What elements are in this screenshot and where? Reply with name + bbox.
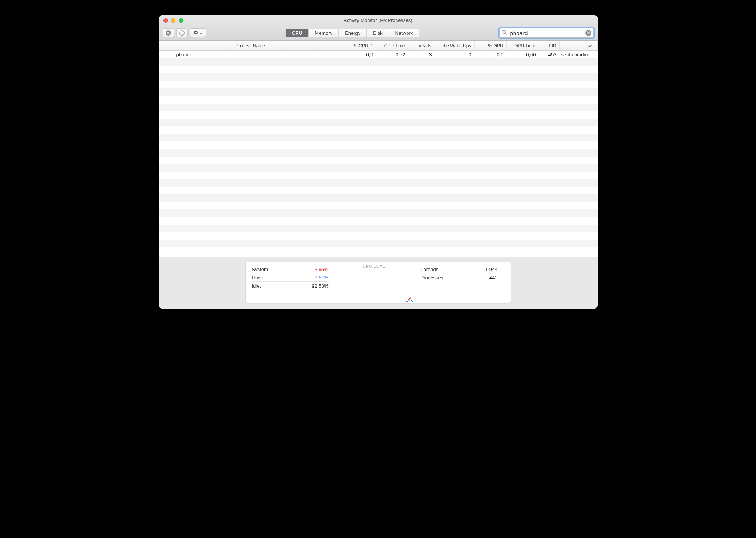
- table-row-empty: [159, 232, 598, 240]
- search-icon: [502, 30, 507, 36]
- column-headers: Process Name % CPU CPU Time Threads Idle…: [159, 41, 598, 51]
- col-idle-wakeups[interactable]: Idle Wake-Ups: [435, 41, 475, 50]
- col-gpu-percent[interactable]: % GPU: [475, 41, 507, 50]
- cell-cpu: 0,0: [342, 52, 376, 57]
- close-icon: [587, 31, 590, 34]
- resource-tabs: CPU Memory Energy Disk Network: [286, 29, 420, 37]
- table-row-empty: [159, 157, 598, 164]
- table-row-empty: [159, 240, 598, 247]
- table-row-empty: [159, 179, 598, 187]
- idle-value: 92,53%: [312, 283, 328, 289]
- table-row-empty: [159, 126, 598, 134]
- svg-line-4: [505, 33, 507, 34]
- cell-user: seabehindme: [560, 52, 598, 57]
- toolbar: ⌄ CPU Memory Energy Disk Network: [159, 26, 598, 40]
- cpu-load-sparkline-icon: [406, 297, 413, 302]
- cpu-load-chart-area: [335, 270, 414, 303]
- traffic-lights: [163, 18, 183, 23]
- col-threads[interactable]: Threads: [408, 41, 435, 50]
- table-row-empty: [159, 217, 598, 225]
- processes-value: 440: [489, 275, 498, 281]
- actions-menu-button[interactable]: ⌄: [190, 28, 206, 37]
- cell-pid: 453: [539, 52, 560, 57]
- chevron-down-icon: ⌄: [200, 31, 203, 35]
- table-row-empty: [159, 194, 598, 202]
- processes-label: Processes:: [421, 275, 445, 281]
- window-title: Activity Monitor (My Processes): [343, 17, 412, 23]
- col-pid[interactable]: PID: [539, 41, 560, 50]
- user-value: 3,51%: [315, 275, 329, 281]
- process-table: pboard 0,0 0,72 3 0 0,0 0,00 453 seabehi…: [159, 51, 598, 257]
- col-cpu-time[interactable]: CPU Time: [376, 41, 408, 50]
- cpu-usage-summary: System: 3,96% User: 3,51% Idle: 92,53%: [246, 262, 335, 303]
- footer-inner: System: 3,96% User: 3,51% Idle: 92,53% C…: [245, 262, 511, 303]
- table-row-empty: [159, 225, 598, 232]
- system-label: System:: [252, 267, 270, 272]
- table-row-empty: [159, 73, 598, 81]
- footer-panel: System: 3,96% User: 3,51% Idle: 92,53% C…: [159, 257, 598, 309]
- table-row-empty: [159, 96, 598, 104]
- stop-process-button[interactable]: [163, 28, 174, 37]
- table-row-empty: [159, 149, 598, 157]
- inspect-process-button[interactable]: [176, 28, 188, 37]
- table-row-empty: [159, 66, 598, 73]
- clear-search-button[interactable]: [585, 30, 591, 36]
- zoom-icon[interactable]: [179, 18, 183, 23]
- titlebar: Activity Monitor (My Processes) ⌄: [159, 15, 598, 41]
- activity-monitor-window: Activity Monitor (My Processes) ⌄: [159, 15, 598, 309]
- table-row-empty: [159, 172, 598, 179]
- threads-label: Threads:: [421, 267, 440, 272]
- col-user[interactable]: User: [560, 41, 598, 50]
- table-row-empty: [159, 81, 598, 88]
- cell-gputime: 0,00: [507, 52, 539, 57]
- titlebar-top: Activity Monitor (My Processes): [159, 15, 598, 26]
- cell-process-name: pboard: [159, 52, 342, 57]
- table-row-empty: [159, 134, 598, 141]
- idle-label: Idle:: [252, 283, 261, 289]
- close-icon[interactable]: [163, 18, 168, 23]
- table-row-empty: [159, 111, 598, 119]
- gear-icon: [193, 30, 199, 36]
- col-cpu-percent[interactable]: % CPU: [342, 41, 376, 50]
- table-row-empty: [159, 164, 598, 172]
- tab-memory[interactable]: Memory: [309, 29, 339, 37]
- table-row-empty: [159, 88, 598, 96]
- cpu-load-title: CPU LOAD: [335, 262, 414, 269]
- cell-idle: 0: [435, 52, 475, 57]
- col-gpu-time[interactable]: GPU Time: [507, 41, 539, 50]
- cell-cputime: 0,72: [376, 52, 408, 57]
- stop-icon: [166, 30, 171, 36]
- svg-rect-2: [182, 33, 182, 34]
- user-label: User:: [252, 275, 264, 281]
- table-row-empty: [159, 209, 598, 217]
- table-row-empty: [159, 119, 598, 126]
- col-process-name[interactable]: Process Name: [159, 41, 342, 50]
- table-row[interactable]: pboard 0,0 0,72 3 0 0,0 0,00 453 seabehi…: [159, 51, 598, 58]
- tab-energy[interactable]: Energy: [339, 29, 367, 37]
- process-counts: Threads: 1 944 Processes: 440: [414, 262, 504, 303]
- tab-network[interactable]: Network: [389, 29, 419, 37]
- info-icon: [179, 30, 185, 36]
- table-row-empty: [159, 202, 598, 209]
- toolbar-left-group: ⌄: [163, 28, 206, 37]
- cell-gpu: 0,0: [475, 52, 507, 57]
- table-row-empty: [159, 141, 598, 149]
- threads-value: 1 944: [485, 267, 498, 272]
- minimize-icon[interactable]: [171, 18, 175, 23]
- search-field: [499, 28, 594, 38]
- tab-disk[interactable]: Disk: [367, 29, 389, 37]
- cpu-load-chart: CPU LOAD: [335, 262, 414, 303]
- search-input[interactable]: [499, 28, 594, 38]
- table-row-empty: [159, 187, 598, 194]
- svg-point-1: [182, 31, 182, 32]
- cell-threads: 3: [408, 52, 435, 57]
- table-row-empty: [159, 58, 598, 66]
- system-value: 3,96%: [315, 267, 329, 272]
- table-row-empty: [159, 247, 598, 255]
- table-row-empty: [159, 104, 598, 111]
- tab-cpu[interactable]: CPU: [286, 29, 309, 37]
